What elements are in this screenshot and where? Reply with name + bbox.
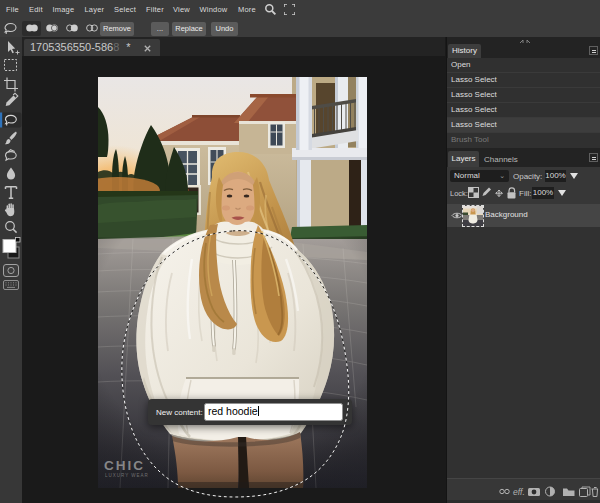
svg-text:CHIC: CHIC — [104, 458, 145, 473]
svg-text:LUXURY WEAR: LUXURY WEAR — [105, 473, 149, 478]
svg-text:eff.: eff. — [513, 487, 525, 497]
